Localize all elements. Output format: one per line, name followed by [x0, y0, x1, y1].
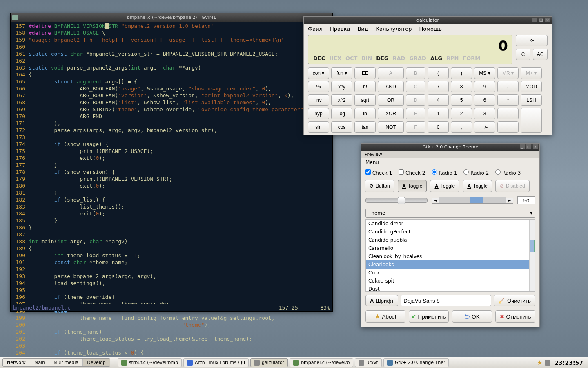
workspace-tab[interactable]: Main [30, 359, 49, 366]
list-item[interactable]: Caramello [366, 244, 535, 252]
maximize-icon[interactable]: □ [539, 18, 543, 22]
calc-key[interactable]: sin [308, 121, 329, 133]
menu-item[interactable]: Помощь [419, 26, 441, 32]
calc-key[interactable]: 7 [428, 81, 449, 92]
back-button[interactable]: <- [516, 35, 548, 46]
workspace-switcher[interactable]: NetworkMainMultimediaDevelop [2, 358, 110, 367]
clear-button[interactable]: C [516, 49, 530, 60]
calc-key[interactable]: cos [331, 121, 352, 133]
calc-key[interactable]: A [378, 67, 404, 79]
workspace-tab[interactable]: Network [3, 359, 30, 366]
apply-button[interactable]: ✔Применить [409, 310, 449, 323]
list-item[interactable]: Candido-gPerfect [366, 228, 535, 236]
calc-key[interactable]: 9 [474, 81, 495, 92]
calc-key[interactable]: % [308, 81, 329, 92]
scroll-right-icon[interactable]: ► [506, 198, 513, 202]
task-button[interactable]: urxvt [355, 358, 382, 367]
calc-key[interactable]: 8 [451, 81, 472, 92]
calc-key[interactable]: ) [451, 67, 472, 79]
calc-titlebar[interactable]: galculator _ □ × [304, 17, 552, 24]
scrollbar[interactable]: ◄ ► [432, 197, 513, 204]
calc-key[interactable]: B [406, 67, 425, 79]
cancel-button[interactable]: ✖Отменить [495, 310, 535, 323]
radio2[interactable]: Radio 2 [463, 169, 489, 176]
close-icon[interactable]: × [545, 18, 550, 22]
font-button[interactable]: Шрифт [365, 295, 398, 306]
check2[interactable]: Check 2 [399, 169, 425, 176]
calc-key[interactable]: , [451, 121, 472, 133]
list-item[interactable]: Candido-puebla [366, 236, 535, 244]
slider[interactable] [365, 198, 428, 203]
calc-key[interactable]: con ▾ [308, 67, 329, 79]
calc-key[interactable]: C [406, 81, 425, 92]
task-button[interactable]: strbuf.c (~/devel/bmp [118, 358, 182, 367]
about-button[interactable]: ★About [365, 310, 405, 323]
calc-key[interactable]: 3 [474, 108, 495, 119]
menu-item[interactable]: Вид [357, 26, 368, 32]
task-button[interactable]: Gtk+ 2.0 Change Ther [383, 358, 449, 367]
calc-key[interactable]: OR [378, 94, 404, 106]
calc-key[interactable]: AND [378, 81, 404, 92]
radio3[interactable]: Radio 3 [495, 169, 521, 176]
calc-key[interactable]: MS ▾ [474, 67, 495, 79]
calc-key[interactable]: F [406, 121, 425, 133]
list-item[interactable]: Clearlooks [366, 260, 535, 269]
ok-button[interactable]: ⮌OK [452, 310, 492, 323]
calc-key[interactable]: EE [354, 67, 376, 79]
calc-key[interactable]: 0 [428, 121, 449, 133]
calc-key[interactable]: MOD [521, 81, 542, 92]
calc-key[interactable]: fun ▾ [331, 67, 352, 79]
calc-key[interactable]: x^2 [331, 94, 352, 106]
list-item[interactable]: Crux [366, 269, 535, 277]
calc-key[interactable]: * [497, 94, 519, 106]
maximize-icon[interactable]: □ [526, 144, 531, 149]
calc-key[interactable]: D [406, 94, 425, 106]
calc-key[interactable]: 2 [451, 108, 472, 119]
task-button[interactable]: bmpanel.c (~/devel/b [290, 358, 353, 367]
theme-titlebar[interactable]: Gtk+ 2.0 Change Theme _ □ × [361, 144, 539, 151]
radio1[interactable]: Radio 1 [432, 169, 457, 176]
calc-key[interactable]: MR ▾ [497, 67, 519, 79]
calc-key[interactable]: ln [354, 108, 376, 119]
allclear-button[interactable]: AC [533, 49, 548, 60]
calc-key[interactable]: 6 [474, 94, 495, 106]
calc-key[interactable]: n! [354, 81, 376, 92]
preview-menu[interactable]: Menu [361, 158, 539, 167]
calc-key[interactable]: M+ ▾ [521, 67, 542, 79]
toggle1-button[interactable]: Toggle [398, 180, 427, 192]
list-item[interactable]: Dust [366, 285, 535, 292]
gvim-titlebar[interactable]: bmpanel.c (~/devel/bmpanel2) - GVIM1 [11, 13, 332, 22]
menu-item[interactable]: Файл [308, 26, 323, 32]
check1[interactable]: Check 1 [365, 169, 392, 176]
calc-key[interactable]: XOR [378, 108, 404, 119]
sample-button[interactable]: ⚙Button [365, 180, 394, 192]
minimize-icon[interactable]: _ [520, 144, 525, 149]
calc-key[interactable]: tan [354, 121, 376, 133]
close-icon[interactable]: × [533, 144, 538, 149]
equals-button[interactable]: = [521, 108, 542, 133]
theme-combo[interactable]: Theme ▾ [365, 209, 535, 218]
list-item[interactable]: Candido-drear [366, 220, 535, 228]
calc-key[interactable]: LSH [521, 94, 542, 106]
calc-key[interactable]: sqrt [354, 94, 376, 106]
calc-key[interactable]: +/- [474, 121, 495, 133]
minimize-icon[interactable]: _ [532, 18, 537, 22]
font-input[interactable] [401, 295, 491, 306]
task-button[interactable]: Arch Linux Forums / Ju [183, 358, 249, 367]
calc-key[interactable]: / [497, 81, 519, 92]
menu-item[interactable]: Правка [330, 26, 350, 32]
theme-list[interactable]: Candido-drearCandido-gPerfectCandido-pue… [365, 219, 535, 292]
list-item[interactable]: Cukoo-spit [366, 277, 535, 285]
spin-input[interactable] [517, 196, 535, 204]
calc-key[interactable]: + [497, 121, 519, 133]
scroll-left-icon[interactable]: ◄ [432, 198, 439, 202]
task-button[interactable]: galculator [250, 358, 288, 367]
calc-key[interactable]: ( [428, 67, 449, 79]
calc-key[interactable]: E [406, 108, 425, 119]
list-scrollbar[interactable] [529, 220, 535, 291]
calc-key[interactable]: 5 [451, 94, 472, 106]
calc-key[interactable]: x^y [331, 81, 352, 92]
menu-item[interactable]: Калькулятор [376, 26, 412, 32]
calc-key[interactable]: log [331, 108, 352, 119]
list-item[interactable]: Cleanlook_by_hcalves [366, 252, 535, 260]
